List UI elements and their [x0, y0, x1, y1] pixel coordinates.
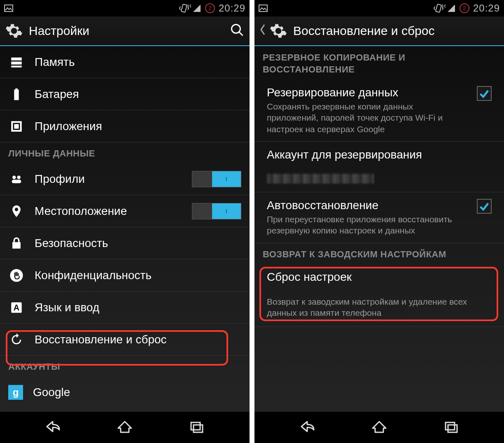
item-auto-restore[interactable]: Автовосстановление При переустановке при… — [254, 192, 504, 243]
svg-text:2: 2 — [463, 5, 466, 12]
nav-bar — [0, 412, 250, 443]
item-location[interactable]: Местоположение I — [0, 195, 250, 227]
status-clock: 20:29 — [219, 2, 245, 14]
svg-rect-24 — [436, 4, 441, 12]
profile-icon — [8, 171, 25, 187]
item-label: Память — [35, 56, 241, 69]
nav-recent[interactable] — [441, 418, 461, 436]
item-security[interactable]: Безопасность — [0, 227, 250, 259]
nav-home[interactable] — [115, 418, 135, 436]
status-bar: H 2 20:29 — [0, 0, 250, 16]
back-caret-icon[interactable] — [259, 24, 266, 38]
svg-rect-22 — [194, 425, 203, 432]
restore-icon — [8, 331, 25, 348]
svg-point-15 — [17, 175, 21, 179]
svg-text:A: A — [14, 303, 19, 312]
item-google[interactable]: g Google — [0, 376, 250, 408]
lock-icon — [8, 235, 25, 252]
item-label: Аккаунт для резервирования — [267, 148, 422, 161]
signal-icon: H — [447, 4, 456, 13]
item-language[interactable]: A Язык и ввод — [0, 291, 250, 324]
svg-point-14 — [12, 175, 16, 179]
battery-saver-icon: 2 — [459, 3, 470, 14]
nav-back[interactable] — [43, 418, 63, 436]
action-bar: Восстановление и сброс — [254, 16, 504, 46]
svg-rect-10 — [15, 88, 18, 90]
battery-saver-icon: 2 — [205, 3, 215, 14]
status-bar: H 2 20:29 — [254, 0, 504, 16]
item-label: Местоположение — [35, 205, 182, 218]
gear-icon[interactable] — [269, 22, 287, 40]
item-storage[interactable]: Память — [0, 46, 250, 78]
reset-list: РЕЗЕРВНОЕ КОПИРОВАНИЕ И ВОССТАНОВЛЕНИЕ Р… — [254, 46, 504, 412]
svg-rect-23 — [259, 5, 267, 12]
svg-rect-16 — [12, 180, 21, 183]
item-label: Google — [33, 386, 241, 399]
phone-right: H 2 20:29 Восстановление и сброс РЕЗЕРВН… — [254, 0, 504, 443]
item-sub: Сохранять резервные копии данных приложе… — [267, 101, 463, 135]
item-backup-reset[interactable]: Восстановление и сброс — [0, 324, 250, 356]
item-label: Батарея — [35, 88, 241, 101]
section-accounts: АККАУНТЫ — [0, 356, 250, 376]
page-title: Настройки — [29, 24, 224, 38]
item-label: Безопасность — [35, 237, 241, 250]
google-icon: g — [8, 385, 23, 400]
item-sub: При переустановке приложения восстановит… — [267, 214, 463, 236]
apps-icon — [8, 118, 25, 135]
svg-rect-9 — [14, 89, 19, 100]
item-battery[interactable]: Батарея — [0, 78, 250, 110]
location-toggle[interactable]: I — [192, 203, 241, 219]
item-label: Сброс настроек — [267, 270, 352, 284]
svg-rect-7 — [11, 61, 22, 64]
item-label: Профили — [35, 173, 182, 186]
location-icon — [8, 203, 25, 219]
item-label: Конфиденциальность — [35, 269, 241, 282]
item-label: Восстановление и сброс — [35, 333, 241, 346]
svg-rect-17 — [12, 242, 21, 249]
backup-data-checkbox[interactable] — [477, 86, 492, 101]
item-backup-account[interactable]: Аккаунт для резервирования — [254, 142, 504, 192]
screenshot-icon — [259, 5, 268, 12]
nav-home[interactable] — [369, 418, 389, 436]
svg-rect-21 — [191, 422, 200, 430]
phone-left: H 2 20:29 Настройки Память — [0, 0, 250, 443]
svg-text:2: 2 — [208, 5, 212, 12]
section-factory: ВОЗВРАТ К ЗАВОДСКИМ НАСТРОЙКАМ — [254, 243, 504, 264]
item-factory-reset[interactable]: Сброс настроек Возврат к заводским настр… — [254, 264, 504, 327]
item-sub: Возврат к заводским настройкам и удалени… — [267, 296, 492, 319]
nav-bar — [254, 412, 504, 443]
signal-icon: H — [192, 4, 201, 13]
svg-line-5 — [239, 32, 243, 36]
status-clock: 20:29 — [473, 2, 500, 14]
section-personal: ЛИЧНЫЕ ДАННЫЕ — [0, 142, 250, 163]
item-backup-data[interactable]: Резервирование данных Сохранять резервны… — [254, 79, 504, 142]
search-icon[interactable] — [230, 23, 245, 39]
page-title: Восстановление и сброс — [293, 24, 499, 38]
gear-icon — [5, 22, 23, 40]
svg-rect-27 — [446, 422, 455, 430]
action-bar: Настройки — [0, 16, 250, 46]
screenshot-icon — [4, 5, 13, 12]
hand-icon — [8, 267, 25, 284]
settings-list: Память Батарея Приложения ЛИЧНЫЕ ДАННЫЕ — [0, 46, 250, 412]
account-email-redacted — [267, 174, 374, 184]
nav-recent[interactable] — [187, 418, 207, 436]
nav-back[interactable] — [297, 418, 317, 436]
item-label: Язык и ввод — [35, 301, 241, 314]
item-privacy[interactable]: Конфиденциальность — [0, 259, 250, 291]
auto-restore-checkbox[interactable] — [477, 199, 492, 214]
svg-rect-1 — [181, 4, 187, 12]
battery-icon — [8, 86, 25, 103]
profiles-toggle[interactable]: I — [192, 171, 241, 187]
svg-rect-8 — [11, 65, 22, 67]
svg-point-18 — [10, 269, 23, 282]
section-backup: РЕЗЕРВНОЕ КОПИРОВАНИЕ И ВОССТАНОВЛЕНИЕ — [254, 46, 504, 79]
svg-rect-28 — [448, 425, 457, 432]
svg-rect-0 — [5, 5, 13, 12]
svg-rect-13 — [14, 124, 19, 128]
svg-rect-6 — [11, 57, 22, 60]
item-label: Приложения — [35, 120, 241, 133]
item-profiles[interactable]: Профили I — [0, 163, 250, 195]
svg-point-4 — [232, 25, 240, 33]
item-apps[interactable]: Приложения — [0, 110, 250, 142]
